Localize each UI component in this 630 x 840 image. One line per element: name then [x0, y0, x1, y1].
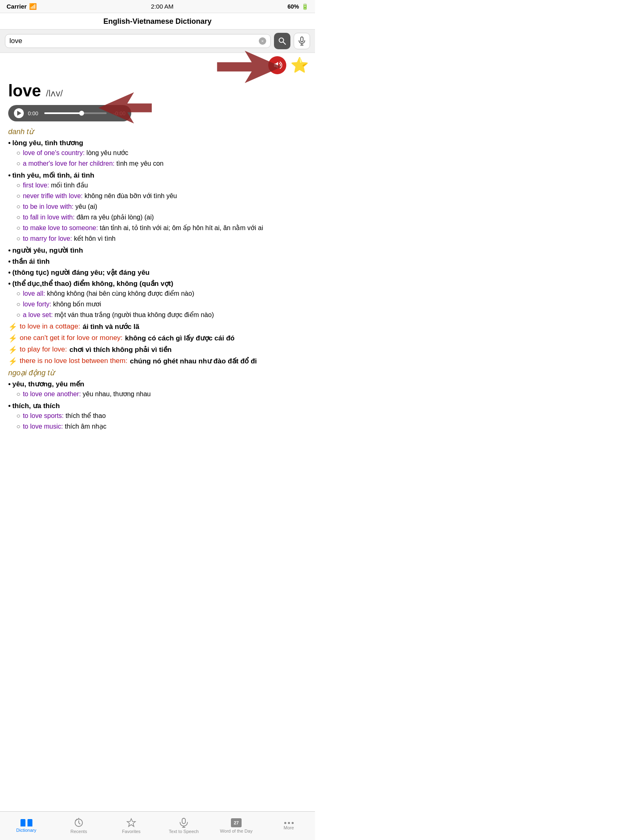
status-right: 60% 🔋 — [288, 3, 308, 10]
star-icon: ⭐ — [290, 57, 309, 74]
carrier-label: Carrier — [7, 3, 27, 10]
entry-sub-6-3: a love set: một ván thua trắng (người th… — [16, 310, 307, 320]
time-display: 2:00 AM — [151, 3, 173, 10]
svg-marker-6 — [98, 92, 152, 123]
entry-main-2: tình yêu, mối tình, ái tình — [8, 171, 307, 180]
search-icon — [278, 37, 286, 45]
entry-main-3: người yêu, người tình — [8, 246, 307, 255]
mic-button[interactable] — [294, 33, 310, 49]
entry-main-4: thần ái tình — [8, 257, 307, 266]
idiom-2: ⚡ one can't get it for love or money: kh… — [8, 334, 307, 343]
play-icon — [17, 111, 21, 116]
arrow-right-annotation — [217, 48, 282, 85]
favorite-button[interactable]: ⭐ — [290, 56, 308, 74]
lightning-icon-2: ⚡ — [8, 334, 17, 343]
entry-sub-2-4: to fall in love with: đâm ra yêu (phải l… — [16, 212, 307, 222]
lightning-icon-1: ⚡ — [8, 322, 17, 331]
clear-button[interactable]: × — [259, 37, 266, 45]
entry-main-5: (thông tục) người đáng yêu; vật đáng yêu — [8, 268, 307, 277]
idiom-3-vn: chơi vì thích không phải vì tiền — [69, 345, 171, 354]
microphone-icon — [298, 37, 306, 46]
status-bar: Carrier 📶 2:00 AM 60% 🔋 — [0, 0, 315, 13]
entry-sub-6-1: love all: không không (hai bên cùng khôn… — [16, 289, 307, 299]
svg-line-1 — [283, 42, 286, 45]
entry-sub-7-1: to love one another: yêu nhau, thương nh… — [16, 389, 307, 399]
wifi-icon: 📶 — [29, 3, 37, 10]
audio-progress-thumb — [79, 111, 84, 116]
entry-sub-2-6: to marry for love: kết hôn vì tình — [16, 234, 307, 244]
idiom-2-en: one can't get it for love or money: — [20, 334, 123, 342]
entry-sub-1-1: love of one's country: lòng yêu nước — [16, 148, 307, 158]
idiom-4-vn: chúng nó ghét nhau như đào đất đổ đi — [130, 357, 257, 365]
entry-main-1: lòng yêu, tình thương — [8, 139, 307, 147]
entry-main-7: yêu, thương, yêu mến — [8, 380, 307, 388]
lightning-icon-4: ⚡ — [8, 357, 17, 366]
entry-main-6: (thể dục,thể thao) điểm không, không (qu… — [8, 279, 307, 288]
idiom-3-en: to play for love: — [20, 345, 67, 354]
entry-sub-2-2: never trifle with love: không nên đùa bỡ… — [16, 191, 307, 201]
entry-sub-2-3: to be in love with: yêu (ai) — [16, 202, 307, 212]
entry-sub-6-2: love forty: không bốn mươi — [16, 299, 307, 309]
pos-ngoai-dong-tu: ngoại động từ — [8, 368, 307, 377]
status-left: Carrier 📶 — [7, 3, 37, 10]
idiom-1-en: to love in a cottage: — [20, 322, 80, 331]
idiom-1-vn: ái tình và nước lã — [82, 322, 139, 331]
lightning-icon-3: ⚡ — [8, 345, 17, 354]
arrow-left-annotation — [98, 89, 152, 126]
entry-sub-8-2: to love music: thích âm nhạc — [16, 422, 307, 431]
main-content: love /lʌv/ 0:00 -0:00 danh từ lòng yêu, … — [0, 78, 315, 465]
play-button[interactable] — [14, 108, 24, 118]
svg-marker-7 — [217, 51, 282, 83]
search-input-wrapper[interactable]: × — [5, 34, 271, 48]
audio-time-start: 0:00 — [28, 110, 40, 116]
audio-progress-fill — [44, 112, 82, 114]
entry-sub-1-2: a mother's love for her children: tình m… — [16, 159, 307, 169]
svg-rect-2 — [301, 37, 303, 42]
entry-sub-8-1: to love sports: thích thể thao — [16, 411, 307, 421]
search-input[interactable] — [9, 37, 256, 45]
idiom-4: ⚡ there is no love lost between them: ch… — [8, 357, 307, 366]
idiom-1: ⚡ to love in a cottage: ái tình và nước … — [8, 322, 307, 331]
pos-danh-tu: danh từ — [8, 127, 307, 136]
audio-progress-track[interactable] — [44, 112, 107, 114]
entry-sub-2-5: to make love to someone: tán tỉnh ai, tỏ… — [16, 223, 307, 233]
idiom-3: ⚡ to play for love: chơi vì thích không … — [8, 345, 307, 354]
title-bar: English-Vietnamese Dictionary — [0, 13, 315, 30]
idiom-2-vn: không có cách gì lấy được cái đó — [125, 334, 235, 342]
app-title: English-Vietnamese Dictionary — [103, 17, 212, 25]
search-button[interactable] — [274, 33, 290, 49]
idiom-4-en: there is no love lost between them: — [20, 357, 128, 365]
battery-label: 60% — [288, 3, 299, 10]
word-phonetic: /lʌv/ — [46, 88, 63, 99]
entry-main-8: thích, ưa thích — [8, 402, 307, 410]
word-title: love — [8, 82, 41, 100]
battery-icon: 🔋 — [301, 3, 308, 10]
entry-sub-2-1: first love: mối tình đầu — [16, 180, 307, 190]
